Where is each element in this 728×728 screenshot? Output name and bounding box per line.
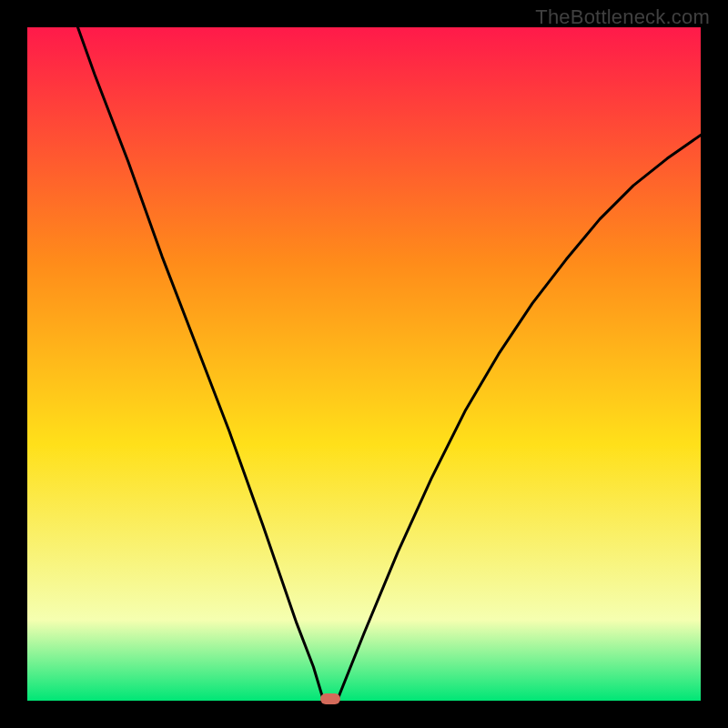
watermark-text: TheBottleneck.com (535, 5, 710, 29)
optimal-marker (320, 693, 340, 704)
gradient-rect (27, 27, 701, 701)
chart-frame: TheBottleneck.com (0, 0, 728, 728)
chart-background (27, 27, 701, 701)
